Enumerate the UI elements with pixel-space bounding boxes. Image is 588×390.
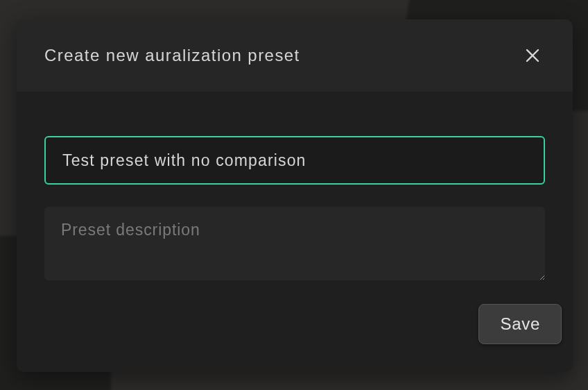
modal-header: Create new auralization preset: [17, 19, 573, 92]
preset-description-input[interactable]: [44, 207, 545, 280]
close-icon: [524, 47, 541, 64]
preset-name-input[interactable]: [44, 136, 545, 185]
modal-footer: Save: [17, 304, 573, 372]
modal-title: Create new auralization preset: [44, 46, 300, 65]
save-button[interactable]: Save: [478, 304, 562, 344]
modal-body: [17, 92, 573, 304]
close-button[interactable]: [520, 43, 545, 68]
create-preset-modal: Create new auralization preset Save: [17, 19, 573, 372]
